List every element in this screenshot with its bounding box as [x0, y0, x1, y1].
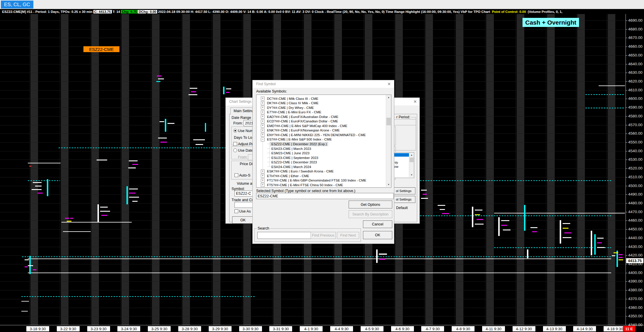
time-axis-label[interactable]: 4-5 9:30: [361, 326, 383, 331]
tree-item[interactable]: ESU23-CME | September 2023: [258, 155, 385, 160]
tree-item-label[interactable]: ESH24-CME | March 2024: [270, 165, 312, 169]
find-previous-button[interactable]: Find Previous: [311, 232, 336, 239]
time-axis-label[interactable]: 4-13 9:30: [543, 326, 566, 331]
time-axis-label[interactable]: 4-8 9:30: [452, 326, 475, 331]
expand-icon[interactable]: +: [261, 115, 265, 119]
expand-icon[interactable]: +: [261, 97, 265, 100]
time-axis-label[interactable]: 3-25 9:30: [148, 326, 171, 331]
scroll-up-icon[interactable]: ▲: [386, 95, 391, 100]
tree-item[interactable]: +ENK?##-CME | EuroFX/Norwegian Krone - C…: [258, 128, 385, 133]
time-axis-label[interactable]: 4-14 9:30: [573, 326, 596, 331]
tree-item-label[interactable]: DY?##-CME | Dry Whey - CME: [266, 106, 315, 109]
tree-item-label[interactable]: EMD?##-CME | E-Mini S&P MidCap 400 Index…: [266, 124, 348, 128]
price-axis-label[interactable]: 4480.00: [628, 201, 643, 205]
listbox-scrollbar[interactable]: ▲ ▼: [409, 153, 414, 177]
time-axis-label[interactable]: 3-22 9:30: [57, 326, 80, 331]
tree-item[interactable]: +FT5?##-CME | E-Mini FTSE China 50 Index…: [258, 183, 385, 187]
price-axis-label[interactable]: 4540.00: [628, 149, 643, 153]
tree-item[interactable]: +ESK?##-CME | Euro / Swedish Krona - CME: [258, 169, 385, 174]
time-axis-label[interactable]: 3-29 9:30: [209, 326, 232, 331]
price-axis-label[interactable]: 4460.00: [628, 218, 643, 223]
time-axis-label[interactable]: 3-31 9:30: [269, 326, 292, 331]
tree-scrollbar[interactable]: ▲ ▼: [386, 95, 391, 187]
expand-icon[interactable]: +: [261, 179, 265, 182]
price-axis-label[interactable]: 4690.00: [628, 18, 643, 23]
listbox-item[interactable]: nly: [394, 161, 398, 164]
time-axis-label[interactable]: 4-12 9:30: [513, 326, 535, 331]
tree-item-label[interactable]: ESM23-CME | June 2023: [270, 151, 310, 155]
scroll-down-icon[interactable]: ▼: [409, 172, 414, 177]
tree-item-label[interactable]: ENY?##-CME | E-MINI NIKKEI 225 - YEN DEN…: [266, 133, 366, 137]
expand-icon[interactable]: +: [261, 110, 265, 114]
expand-icon[interactable]: +: [261, 133, 265, 137]
search-input[interactable]: [257, 232, 311, 239]
get-options-button[interactable]: Get Options: [349, 201, 392, 208]
time-axis-label[interactable]: 3-18 9:30: [26, 326, 49, 331]
symbol-tree[interactable]: +DC?##-CME | Milk Class III - CME+DK?##-…: [256, 95, 391, 188]
time-axis-label[interactable]: 3-28 9:30: [178, 326, 201, 331]
tree-item-label[interactable]: ESK?##-CME | Euro / Swedish Krona - CME: [266, 170, 335, 173]
time-axis-label[interactable]: 4-7 9:30: [421, 326, 444, 331]
price-axis-label[interactable]: 4680.00: [628, 27, 643, 31]
price-axis-label[interactable]: 4450.00: [628, 227, 643, 231]
use-date-radio[interactable]: [233, 148, 237, 152]
price-axis-label[interactable]: 4660.00: [628, 44, 643, 49]
selected-symbol-input[interactable]: ESZ22-CME: [256, 193, 394, 199]
time-axis-label[interactable]: 3-30 9:30: [239, 326, 262, 331]
tree-item-label[interactable]: ESH23-CME | March 2023: [270, 147, 312, 150]
tree-item-label[interactable]: ENK?##-CME | EuroFX/Norwegian Krone - CM…: [266, 129, 340, 132]
expand-icon[interactable]: +: [261, 174, 265, 178]
time-axis-label[interactable]: 4-11 9:30: [482, 326, 505, 331]
find-symbol-titlebar[interactable]: Find Symbol: [253, 80, 394, 88]
use-as-checkbox[interactable]: [234, 209, 238, 213]
collapse-icon[interactable]: −: [261, 138, 265, 141]
cs-ok-button[interactable]: OK: [232, 216, 254, 224]
price-axis-label[interactable]: 4520.00: [628, 166, 643, 170]
price-axis-label[interactable]: 4510.00: [628, 175, 643, 179]
price-axis-label[interactable]: 4470.00: [628, 210, 643, 214]
tree-item[interactable]: +ECD?##-CME | EuroFX/Canadian Dollar - C…: [258, 119, 385, 124]
price-axis-label[interactable]: 4570.00: [628, 123, 643, 127]
price-axis-label[interactable]: 4650.00: [628, 53, 643, 57]
time-axis-label[interactable]: 3-24 9:30: [117, 326, 140, 331]
price-axis-label[interactable]: 4410.00: [628, 262, 643, 266]
price-axis-label[interactable]: 4380.00: [628, 288, 643, 292]
expand-icon[interactable]: +: [261, 106, 265, 109]
price-axis-label[interactable]: 4420.00: [628, 253, 643, 257]
tree-item-label[interactable]: FT1?##-CME | E-Mini GBP-Denomindated FTS…: [266, 179, 367, 182]
time-axis[interactable]: 11 E 3-18 9:303-22 9:303-23 9:303-24 9:3…: [0, 325, 644, 332]
price-axis-label[interactable]: 4560.00: [628, 131, 643, 136]
price-axis-label[interactable]: 4580.00: [628, 114, 643, 118]
chartbook-tab[interactable]: ES, CL, GC: [1, 1, 33, 8]
ok-button[interactable]: OK: [363, 231, 392, 239]
price-axis-label[interactable]: 4430.00: [628, 244, 643, 249]
tree-item[interactable]: +E7?##-CME | E-Mini Euro FX - CME: [258, 110, 385, 114]
close-icon[interactable]: ✕: [386, 82, 392, 86]
price-axis-label[interactable]: 4500.00: [628, 184, 643, 188]
tree-item[interactable]: +EMD?##-CME | E-Mini S&P MidCap 400 Inde…: [258, 124, 385, 128]
tree-item[interactable]: +DK?##-CME | Class IV Milk - CME: [258, 101, 385, 105]
tree-item[interactable]: +FT1?##-CME | E-Mini GBP-Denomindated FT…: [258, 178, 385, 183]
tree-item[interactable]: ESM23-CME | June 2023: [258, 151, 385, 155]
scrollbar-thumb[interactable]: [386, 118, 391, 125]
tree-item-label[interactable]: ESU23-CME | September 2023: [270, 156, 319, 160]
scroll-up-icon[interactable]: ▲: [409, 153, 414, 157]
tree-item[interactable]: ESH23-CME | March 2023: [258, 146, 385, 151]
price-axis-label[interactable]: 4400.00: [628, 271, 643, 275]
price-axis-label[interactable]: 4670.00: [628, 35, 643, 40]
scrollbar-thumb[interactable]: [410, 158, 414, 162]
price-axis-label[interactable]: 4530.00: [628, 157, 643, 162]
tree-item-label[interactable]: FT5?##-CME | E-Mini FTSE China 50 Index …: [266, 183, 344, 187]
tree-item-label[interactable]: ECD?##-CME | EuroFX/Canadian Dollar - CM…: [266, 119, 339, 123]
price-axis-label[interactable]: 4640.00: [628, 62, 643, 66]
find-next-button[interactable]: Find Next: [337, 232, 359, 239]
tree-item[interactable]: ESZ23-CME | December 2023: [258, 160, 385, 165]
tree-item-label[interactable]: ETH?##-CME | Ether - CME: [266, 174, 310, 178]
use-number-radio[interactable]: [233, 129, 237, 133]
price-axis-label[interactable]: 4360.00: [628, 305, 643, 310]
symbol-settings-button-2[interactable]: ol Settings: [392, 196, 415, 203]
tree-item[interactable]: +EAD?##-CME | EuroFX/Australian Dollar -…: [258, 114, 385, 119]
price-axis-label[interactable]: 4390.00: [628, 279, 643, 283]
price-axis-label[interactable]: 4440.00: [628, 236, 643, 240]
price-axis-label[interactable]: 4590.00: [628, 105, 643, 109]
